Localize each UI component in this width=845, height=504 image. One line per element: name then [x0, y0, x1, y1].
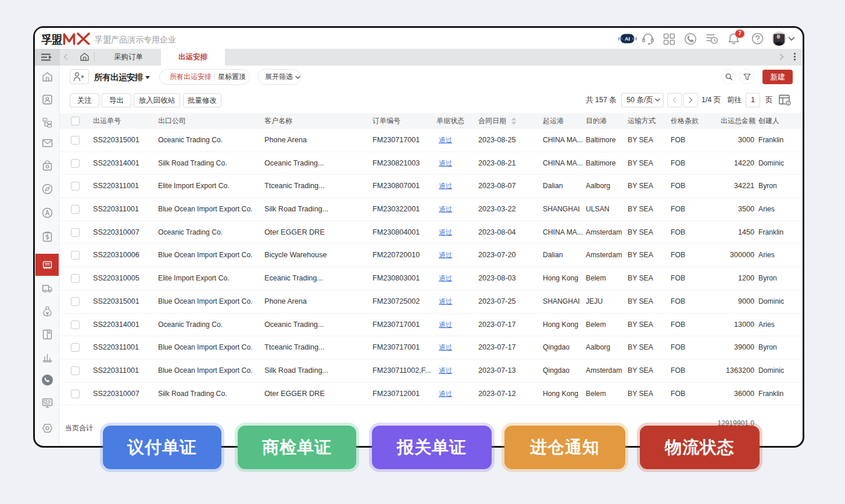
svg-text:AI: AI [625, 36, 630, 42]
